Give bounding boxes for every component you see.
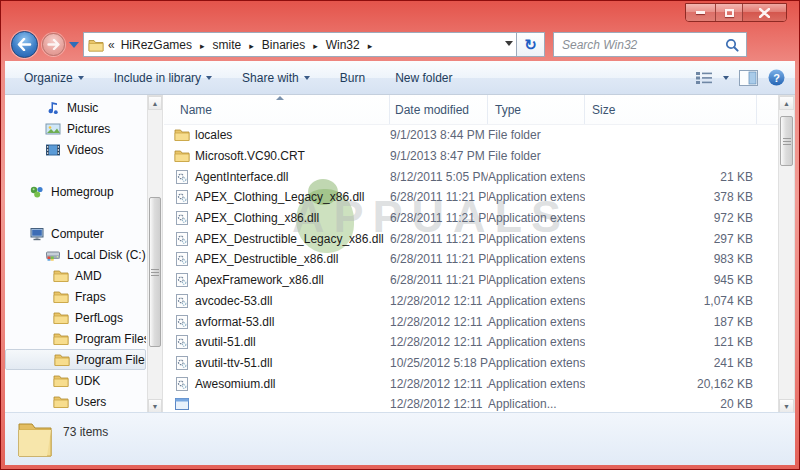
file-row[interactable]: Awesomium.dll12/28/2012 12:11 ...Applica…	[164, 373, 778, 394]
file-row[interactable]: APEX_Destructible_Legacy_x86.dll6/28/201…	[164, 228, 778, 249]
file-row[interactable]: Microsoft.VC90.CRT9/1/2013 8:47 PMFile f…	[164, 146, 778, 167]
folder-icon	[53, 373, 69, 389]
sidebar-item-amd[interactable]: AMD	[5, 265, 146, 286]
dll-icon	[174, 231, 190, 247]
file-name: locales	[195, 128, 232, 142]
scroll-down-icon[interactable]: ▼	[779, 399, 794, 412]
file-name: ApexFramework_x86.dll	[195, 273, 324, 287]
toolbar-button-burn[interactable]: Burn	[329, 66, 376, 90]
window-controls	[685, 3, 787, 22]
forward-button[interactable]	[42, 33, 65, 56]
minimize-button[interactable]	[686, 4, 716, 21]
file-date: 6/28/2011 11:21 PM	[390, 190, 488, 204]
file-date: 9/1/2013 8:44 PM	[390, 128, 488, 142]
search-input[interactable]	[554, 38, 725, 52]
column-header-name[interactable]: Name	[164, 95, 390, 124]
views-caret-icon	[723, 76, 729, 80]
close-button[interactable]	[743, 4, 786, 21]
file-row[interactable]: APEX_Clothing_Legacy_x86.dll6/28/2011 11…	[164, 187, 778, 208]
sidebar-item-local-disk-c[interactable]: Local Disk (C:)	[5, 244, 146, 265]
file-row[interactable]: AgentInterface.dll8/12/2011 5:05 PMAppli…	[164, 166, 778, 187]
file-date: 12/28/2012 12:11	[390, 397, 488, 411]
sidebar-item-fraps[interactable]: Fraps	[5, 286, 146, 307]
sidebar-item-users[interactable]: Users	[5, 391, 146, 412]
file-size: 945 KB	[585, 273, 757, 287]
address-bar[interactable]: « HiRezGames▸smite▸Binaries▸Win32▸	[83, 32, 517, 57]
file-list-area: APPUALS Name Date modified Type Size loc…	[164, 95, 778, 412]
maximize-button[interactable]	[716, 4, 743, 21]
breadcrumb-separator-icon[interactable]: ▸	[194, 41, 211, 51]
breadcrumb-separator-icon[interactable]: ▸	[307, 41, 324, 51]
file-name: avutil-51.dll	[195, 335, 256, 349]
file-row[interactable]: ApexFramework_x86.dll6/28/2011 11:21 PMA…	[164, 270, 778, 291]
sidebar-item-pictures[interactable]: Pictures	[5, 118, 146, 139]
column-header-date-modified[interactable]: Date modified	[390, 95, 488, 124]
minimize-icon	[696, 11, 705, 14]
file-type: Application extens...	[488, 190, 585, 204]
file-name: avformat-53.dll	[195, 315, 274, 329]
sidebar-item-videos[interactable]: Videos	[5, 139, 146, 160]
help-button[interactable]: ?	[768, 69, 785, 86]
chevron-down-icon	[78, 76, 84, 80]
sidebar-item-music[interactable]: Music	[5, 97, 146, 118]
file-list-scrollbar[interactable]: ▲ ▼	[778, 95, 795, 412]
sidebar-item-udk[interactable]: UDK	[5, 370, 146, 391]
refresh-button[interactable]: ↻	[517, 32, 545, 57]
dll-icon	[174, 169, 190, 185]
breadcrumb-item[interactable]: Binaries	[260, 38, 307, 52]
file-row[interactable]: avcodec-53.dll12/28/2012 12:11 ...Applic…	[164, 291, 778, 312]
toolbar-button-include-in-library[interactable]: Include in library	[103, 66, 223, 90]
file-row[interactable]: avformat-53.dll12/28/2012 12:11 ...Appli…	[164, 311, 778, 332]
scroll-up-icon[interactable]: ▲	[779, 96, 794, 110]
scroll-up-icon[interactable]: ▲	[148, 96, 162, 110]
svg-text:?: ?	[773, 72, 780, 84]
file-type: Application extens...	[488, 232, 585, 246]
breadcrumb-separator-icon[interactable]: ▸	[362, 41, 379, 51]
file-size: 983 KB	[585, 252, 757, 266]
column-header-type[interactable]: Type	[488, 95, 585, 124]
sidebar-scrollbar-thumb[interactable]	[149, 197, 161, 347]
dll-icon	[174, 334, 190, 350]
preview-pane-button[interactable]	[739, 70, 758, 86]
sidebar-item-computer[interactable]: Computer	[5, 223, 146, 244]
breadcrumb: HiRezGames▸smite▸Binaries▸Win32▸	[119, 38, 379, 52]
sidebar-item-program-files[interactable]: Program Files	[5, 328, 146, 349]
recent-pages-dropdown[interactable]	[69, 42, 79, 48]
toolbar-button-share-with[interactable]: Share with	[231, 66, 321, 90]
sidebar-item-program-files[interactable]: Program Files (	[5, 349, 146, 370]
file-name: avutil-ttv-51.dll	[195, 356, 272, 370]
sidebar-scrollbar[interactable]: ▲ ▼	[147, 95, 163, 412]
file-row[interactable]: APEX_Clothing_x86.dll6/28/2011 11:21 PMA…	[164, 208, 778, 229]
sidebar-item-homegroup[interactable]: Homegroup	[5, 181, 146, 202]
file-row[interactable]: 12/28/2012 12:11Application...20 KB	[164, 394, 778, 412]
file-date: 6/28/2011 11:21 PM	[390, 211, 488, 225]
file-size: 121 KB	[585, 335, 757, 349]
address-dropdown-icon[interactable]	[505, 41, 513, 46]
file-row[interactable]: avutil-51.dll12/28/2012 12:11 ...Applica…	[164, 332, 778, 353]
file-row[interactable]: avutil-ttv-51.dll10/25/2012 5:18 PMAppli…	[164, 353, 778, 374]
breadcrumb-separator-icon[interactable]: ▸	[243, 41, 260, 51]
file-row[interactable]: locales9/1/2013 8:44 PMFile folder	[164, 125, 778, 146]
file-name: Awesomium.dll	[195, 377, 275, 391]
dll-icon	[174, 189, 190, 205]
command-toolbar: OrganizeInclude in libraryShare withBurn…	[5, 61, 795, 95]
toolbar-button-organize[interactable]: Organize	[13, 66, 95, 90]
column-headers: Name Date modified Type Size	[164, 95, 778, 125]
scroll-down-icon[interactable]: ▼	[148, 399, 162, 412]
folder-icon	[53, 289, 69, 305]
computer-icon	[29, 226, 45, 242]
file-list-scrollbar-thumb[interactable]	[780, 116, 793, 166]
breadcrumb-overflow-chevron[interactable]: «	[108, 38, 115, 52]
back-button[interactable]	[11, 31, 38, 58]
file-list: locales9/1/2013 8:44 PMFile folderMicros…	[164, 125, 778, 412]
search-icon[interactable]	[725, 38, 739, 52]
toolbar-button-new-folder[interactable]: New folder	[384, 66, 463, 90]
change-view-button[interactable]	[695, 71, 729, 85]
breadcrumb-item[interactable]: HiRezGames	[119, 38, 194, 52]
breadcrumb-item[interactable]: smite	[211, 38, 244, 52]
sidebar-item-perflogs[interactable]: PerfLogs	[5, 307, 146, 328]
breadcrumb-item[interactable]: Win32	[324, 38, 362, 52]
column-header-size[interactable]: Size	[585, 95, 757, 124]
video-icon	[45, 142, 61, 158]
file-row[interactable]: APEX_Destructible_x86.dll6/28/2011 11:21…	[164, 249, 778, 270]
